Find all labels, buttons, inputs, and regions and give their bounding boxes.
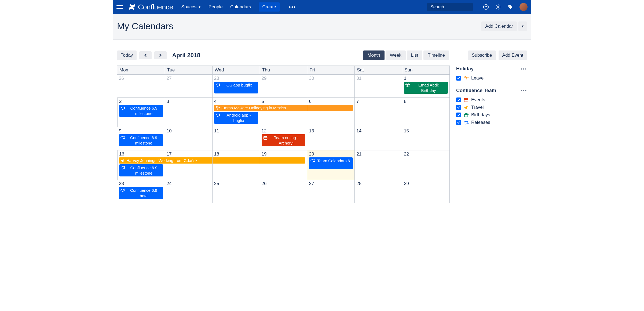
- checkbox[interactable]: [456, 120, 461, 125]
- page-header: My Calendars Add Calendar ▼: [113, 14, 531, 40]
- sidebar-item-travel[interactable]: Travel: [456, 104, 527, 111]
- day-cell[interactable]: 31: [354, 75, 402, 97]
- day-cell[interactable]: 24: [165, 180, 212, 203]
- day-cell[interactable]: 8: [402, 98, 449, 127]
- sidebar-group-team: Confluence Team ••• Events Travel Birthd: [456, 88, 527, 126]
- add-event-button[interactable]: Add Event: [499, 50, 527, 60]
- tag-icon[interactable]: [508, 4, 513, 10]
- svg-text:?: ?: [485, 5, 487, 9]
- day-cell[interactable]: 13: [307, 127, 354, 150]
- add-calendar-dropdown[interactable]: ▼: [518, 21, 527, 31]
- day-cell[interactable]: 19: [260, 150, 307, 180]
- search-box[interactable]: [427, 3, 473, 11]
- day-cell[interactable]: 23 Confluence 6.9 beta: [117, 180, 165, 203]
- svg-point-4: [497, 6, 499, 8]
- checkbox[interactable]: [456, 105, 461, 110]
- day-cell[interactable]: 26: [117, 75, 165, 97]
- search-input[interactable]: [430, 5, 484, 9]
- day-cell[interactable]: 21: [354, 150, 402, 180]
- brand[interactable]: Confluence: [128, 3, 173, 11]
- day-cell[interactable]: 2 Confluence 6.9 milestone: [117, 98, 165, 127]
- more-menu[interactable]: •••: [287, 4, 298, 10]
- view-week[interactable]: Week: [386, 50, 406, 60]
- chevron-left-icon: [144, 53, 147, 57]
- day-cell[interactable]: 27: [165, 75, 212, 97]
- help-icon[interactable]: ?: [483, 4, 489, 10]
- day-cell[interactable]: 4 Android app - bugfix: [212, 98, 260, 127]
- day-cell[interactable]: 1 Emad Abdi: Birthday: [402, 75, 449, 97]
- sidebar-group-menu[interactable]: •••: [521, 88, 527, 93]
- event-release[interactable]: Confluence 6.9 beta: [119, 187, 163, 199]
- create-button[interactable]: Create: [259, 2, 280, 12]
- event-event[interactable]: Team outing - Archery!: [262, 134, 306, 146]
- day-cell[interactable]: 10: [165, 127, 212, 150]
- svg-rect-9: [264, 136, 267, 139]
- release-icon: [464, 120, 469, 125]
- hamburger-icon[interactable]: [116, 4, 123, 10]
- checkbox[interactable]: [456, 97, 461, 102]
- day-cell[interactable]: 29: [402, 180, 449, 203]
- day-cell[interactable]: 30: [307, 75, 354, 97]
- day-cell-today[interactable]: 20 Team Calendars 6: [307, 150, 354, 180]
- svg-rect-13: [464, 99, 468, 102]
- day-header: Mon: [117, 66, 165, 74]
- day-cell[interactable]: 29: [260, 75, 307, 97]
- settings-icon[interactable]: [495, 4, 501, 10]
- week-row: 23 Confluence 6.9 beta 24 25 26 27 28 29: [117, 180, 449, 203]
- nav-spaces[interactable]: Spaces▼: [181, 4, 201, 10]
- calendar-area: Mon Tue Wed Thu Fri Sat Sun 26 27 28 iOS…: [117, 66, 450, 203]
- user-avatar[interactable]: [519, 3, 528, 11]
- view-list[interactable]: List: [407, 50, 422, 60]
- day-cell[interactable]: 5: [260, 98, 307, 127]
- day-cell[interactable]: 18: [212, 150, 260, 180]
- view-timeline[interactable]: Timeline: [423, 50, 449, 60]
- nav-calendars[interactable]: Calendars: [230, 4, 251, 10]
- day-cell[interactable]: 7: [354, 98, 402, 127]
- sidebar-group-menu[interactable]: •••: [521, 67, 527, 71]
- day-cell[interactable]: 22: [402, 150, 449, 180]
- day-cell[interactable]: 9 Confluence 6.9 milestone: [117, 127, 165, 150]
- next-button[interactable]: [154, 51, 167, 59]
- day-cell[interactable]: 11: [212, 127, 260, 150]
- subscribe-button[interactable]: Subscribe: [468, 50, 496, 60]
- prev-button[interactable]: [139, 51, 152, 59]
- sidebar-item-releases[interactable]: Releases: [456, 119, 527, 126]
- brand-text: Confluence: [138, 3, 173, 11]
- day-cell[interactable]: 16 Confluence 6.9 milestone: [117, 150, 165, 180]
- day-cell[interactable]: 14: [354, 127, 402, 150]
- sidebar-item-leave[interactable]: Leave: [456, 74, 527, 82]
- day-cell[interactable]: 15: [402, 127, 449, 150]
- release-icon: [121, 166, 125, 169]
- day-cell[interactable]: 26: [260, 180, 307, 203]
- event-release[interactable]: Android app - bugfix: [214, 112, 258, 124]
- event-release[interactable]: Team Calendars 6: [309, 157, 353, 169]
- event-birthday[interactable]: Emad Abdi: Birthday: [404, 82, 448, 94]
- day-cell[interactable]: 17: [165, 150, 212, 180]
- sidebar-item-birthdays[interactable]: Birthdays: [456, 111, 527, 119]
- checkbox[interactable]: [456, 113, 461, 117]
- day-header: Sat: [354, 66, 402, 74]
- add-calendar-button[interactable]: Add Calendar: [481, 21, 517, 31]
- day-header: Sun: [402, 66, 449, 74]
- day-cell[interactable]: 28 iOS app bugfix: [212, 75, 260, 97]
- day-header: Wed: [212, 66, 260, 74]
- day-cell[interactable]: 28: [354, 180, 402, 203]
- day-cell[interactable]: 12 Team outing - Archery!: [260, 127, 307, 150]
- event-release[interactable]: Confluence 6.9 milestone: [119, 164, 163, 176]
- gift-icon: [405, 83, 410, 87]
- day-cell[interactable]: 25: [212, 180, 260, 203]
- today-button[interactable]: Today: [117, 50, 137, 60]
- nav-people[interactable]: People: [208, 4, 223, 10]
- view-month[interactable]: Month: [363, 50, 384, 60]
- checkbox[interactable]: [456, 76, 461, 81]
- sidebar-item-events[interactable]: Events: [456, 96, 527, 104]
- confluence-logo-icon: [128, 3, 136, 11]
- day-cell[interactable]: 6: [307, 98, 354, 127]
- calendar-toolbar: Today April 2018 Month Week List Timelin…: [113, 40, 531, 66]
- event-release[interactable]: iOS app bugfix: [214, 82, 258, 93]
- event-release[interactable]: Confluence 6.9 milestone: [119, 134, 163, 146]
- day-cell[interactable]: 27: [307, 180, 354, 203]
- event-release[interactable]: Confluence 6.9 milestone: [119, 105, 163, 117]
- sidebar-group-title: Confluence Team: [456, 88, 496, 93]
- day-cell[interactable]: 3: [165, 98, 212, 127]
